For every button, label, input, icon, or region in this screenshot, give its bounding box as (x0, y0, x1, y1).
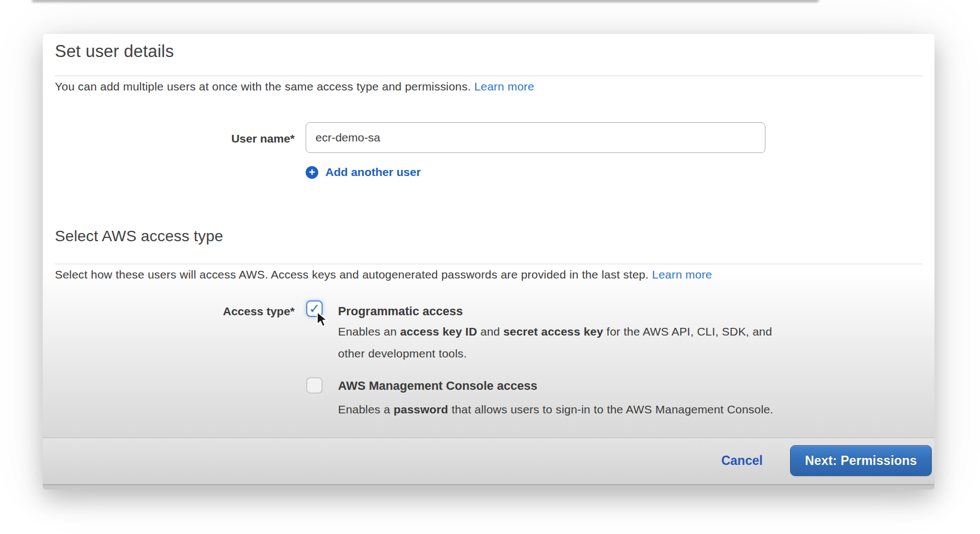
cancel-button[interactable]: Cancel (721, 453, 762, 468)
programmatic-access-description-line1: Enables an access key ID and secret acce… (338, 325, 772, 338)
programmatic-access-title: Programmatic access (338, 304, 463, 319)
page-background: Set user details You can add multiple us… (0, 0, 980, 534)
console-access-description: Enables a password that allows users to … (338, 403, 773, 416)
wizard-footer: Cancel Next: Permissions (43, 438, 934, 490)
add-another-user-label: Add another user (325, 166, 421, 179)
console-access-title: AWS Management Console access (338, 379, 537, 393)
section-divider (55, 264, 922, 264)
access-type-section-title: Select AWS access type (55, 228, 223, 245)
desc-text: Enables an (338, 325, 400, 338)
section-divider (55, 76, 922, 76)
next-permissions-button[interactable]: Next: Permissions (790, 445, 932, 476)
desc-bold-access-key-id: access key ID (400, 325, 477, 338)
desc-text: for the AWS API, CLI, SDK, and (603, 325, 772, 338)
window-top-shadow (32, 0, 819, 2)
learn-more-link-access-type[interactable]: Learn more (652, 268, 712, 281)
desc-bold-secret-access-key: secret access key (503, 325, 603, 338)
intro-text: You can add multiple users at once with … (55, 80, 474, 93)
access-intro-paragraph: Select how these users will access AWS. … (55, 268, 712, 281)
desc-text: and (477, 325, 504, 338)
add-another-user-button[interactable]: + Add another user (306, 166, 421, 179)
user-name-label: User name* (43, 132, 295, 145)
page-title: Set user details (55, 42, 174, 61)
desc-text: Enables a (338, 403, 393, 416)
mouse-cursor-icon (316, 311, 330, 330)
intro-paragraph: You can add multiple users at once with … (55, 80, 534, 93)
programmatic-access-description-line2: other development tools. (338, 347, 467, 360)
access-intro-text: Select how these users will access AWS. … (55, 268, 652, 281)
set-user-details-panel: Set user details You can add multiple us… (43, 34, 934, 490)
console-access-checkbox[interactable] (306, 377, 323, 394)
user-name-input[interactable] (306, 122, 765, 153)
plus-icon: + (306, 166, 318, 179)
learn-more-link-user-details[interactable]: Learn more (474, 80, 534, 93)
access-type-label: Access type* (43, 305, 295, 318)
desc-bold-password: password (393, 403, 448, 416)
desc-text: that allows users to sign-in to the AWS … (448, 403, 774, 416)
